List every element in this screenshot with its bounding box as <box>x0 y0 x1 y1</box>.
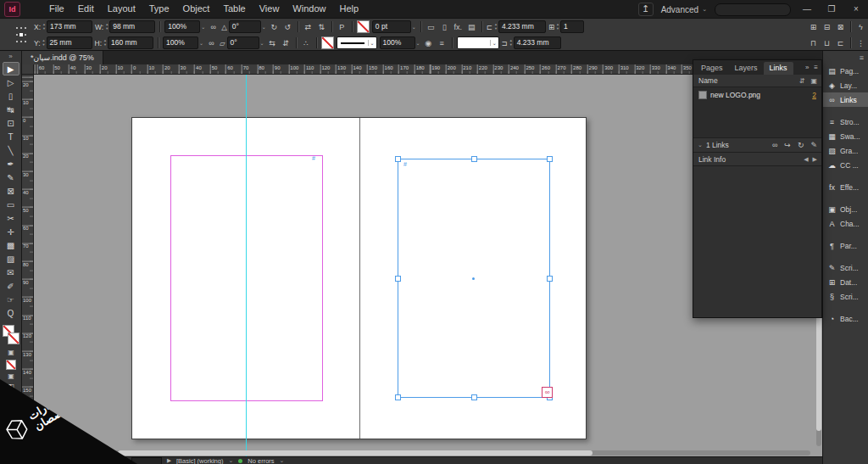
reference-point-proxy[interactable] <box>14 25 28 45</box>
dock-pages[interactable]: ▤Pag... <box>823 64 868 78</box>
dock-stroke[interactable]: ≡Stro... <box>823 115 868 129</box>
quick-apply-icon[interactable]: ϟ <box>855 23 866 31</box>
scale-x-field[interactable]: 100%⌄ <box>164 20 205 33</box>
preflight-status[interactable]: No errors <box>248 457 274 464</box>
link-info-prev-icon[interactable]: ◀ <box>804 156 808 163</box>
direct-selection-tool[interactable]: ▷ <box>3 75 19 89</box>
distribute-panel-icon[interactable]: ⊟ <box>821 23 832 31</box>
preflight-profile[interactable]: [Basic] (working) <box>176 457 223 464</box>
selection-handle-middle-left[interactable] <box>395 276 401 282</box>
workspace-switcher[interactable]: Advanced ⌄ <box>661 5 707 14</box>
flip-vertical-icon[interactable]: ⇅ <box>316 23 327 31</box>
align-panel-icon[interactable]: ⊞ <box>808 23 819 31</box>
fill-stroke-proxy[interactable] <box>0 324 21 348</box>
y-position-field[interactable]: Y:▲▼25 mm <box>34 36 92 49</box>
goto-link-icon[interactable]: ↪ <box>784 141 791 149</box>
corner-radius-field[interactable]: ⊐▲▼4.233 mm <box>502 36 561 49</box>
ruler-origin-corner[interactable] <box>22 64 34 75</box>
next-page-icon[interactable]: ▶ <box>167 457 171 464</box>
selection-handle-bottom-left[interactable] <box>395 394 401 400</box>
horizontal-scrollbar-thumb[interactable] <box>118 450 593 456</box>
line-tool[interactable]: ╲ <box>3 143 19 157</box>
edit-original-icon[interactable]: ✎ <box>810 141 817 149</box>
story-direction-icon[interactable]: P <box>337 23 348 31</box>
fill-frame-icon[interactable]: ▭ <box>426 23 437 31</box>
menu-edit[interactable]: Edit <box>71 0 101 18</box>
selection-handle-top-left[interactable] <box>395 156 401 162</box>
stroke-swatch[interactable] <box>8 333 19 344</box>
dock-layers[interactable]: ◈Lay... <box>823 78 868 92</box>
fill-color-swatch[interactable] <box>321 36 334 49</box>
page-spread[interactable]: # # ∞ <box>131 117 587 439</box>
rotate-ccw-icon[interactable]: ↺ <box>282 23 293 31</box>
type-tool[interactable]: T <box>3 130 19 143</box>
dock-menu-icon[interactable]: ≡ <box>823 53 868 64</box>
document-tab[interactable]: *سپان.indd @ 75% <box>22 51 103 64</box>
menu-object[interactable]: Object <box>176 0 217 18</box>
selection-handle-bottom-center[interactable] <box>471 394 477 400</box>
stroke-color-swatch[interactable] <box>357 20 370 33</box>
flip-both-icon[interactable]: ⇆ <box>267 39 278 48</box>
update-link-icon[interactable]: ↻ <box>798 141 804 149</box>
opacity-field[interactable]: 100%⌄ <box>380 36 420 49</box>
link-info-header[interactable]: Link Info ◀ ▶ <box>693 153 821 166</box>
page-tool[interactable]: ▯ <box>3 89 19 103</box>
pen-tool[interactable]: ✒ <box>3 157 19 171</box>
gutter-field[interactable]: ⊏▲▼4.233 mm <box>487 20 546 33</box>
apply-color-icon[interactable]: ▣ <box>0 372 22 382</box>
align-bottom-icon[interactable]: ⊔ <box>821 39 832 48</box>
drop-shadow-icon[interactable]: ◉ <box>423 39 434 48</box>
menu-window[interactable]: Window <box>286 0 332 18</box>
note-tool[interactable]: ✉ <box>3 266 19 279</box>
x-position-field[interactable]: X:▲▼173 mm <box>34 20 92 33</box>
eyedropper-tool[interactable]: ✐ <box>3 279 19 293</box>
menu-view[interactable]: View <box>253 0 287 18</box>
dock-effects[interactable]: fxEffe... <box>823 180 868 194</box>
constrain-scale-icon-2[interactable]: ∞ <box>206 39 217 48</box>
menu-table[interactable]: Table <box>216 0 252 18</box>
dock-data-merge[interactable]: ⊞Dat... <box>823 275 868 289</box>
align-top-icon[interactable]: ⊓ <box>808 39 819 48</box>
page-number-field[interactable] <box>131 457 162 464</box>
menu-layout[interactable]: Layout <box>101 0 142 18</box>
rotate-180-icon[interactable]: ⇵ <box>281 39 292 48</box>
share-icon[interactable]: ↥ <box>638 3 654 16</box>
selection-tool[interactable]: ▶ <box>3 62 19 75</box>
scale-y-field[interactable]: 100%⌄ <box>163 36 203 49</box>
selection-handle-top-center[interactable] <box>471 156 477 162</box>
search-input[interactable] <box>715 3 791 16</box>
ruler-guide[interactable] <box>246 75 247 456</box>
more-options-icon[interactable]: ⋮ <box>855 39 866 48</box>
flip-horizontal-icon[interactable]: ⇄ <box>303 23 314 31</box>
fit-content-icon[interactable]: ▯ <box>439 23 450 31</box>
grid-panel-icon[interactable]: ⊠ <box>835 23 846 31</box>
gap-tool[interactable]: ↹ <box>3 103 19 116</box>
relink-icon[interactable]: ∞ <box>772 141 777 149</box>
chevron-down-icon[interactable]: ⌄ <box>698 142 703 148</box>
menu-help[interactable]: Help <box>332 0 365 18</box>
rotate-cw-icon[interactable]: ↻ <box>269 23 280 31</box>
horizontal-scrollbar[interactable] <box>37 450 810 456</box>
free-transform-tool[interactable]: ✛ <box>3 225 19 238</box>
rectangle-frame-tool[interactable]: ⊠ <box>3 184 19 198</box>
tab-pages[interactable]: Pages <box>695 62 729 75</box>
dock-gradient[interactable]: ▧Gra... <box>823 143 868 158</box>
link-badge[interactable]: ∞ <box>542 387 553 398</box>
dock-swatches[interactable]: ▦Swa... <box>823 129 868 143</box>
dock-character-styles[interactable]: ACha... <box>823 216 868 231</box>
selection-handle-middle-right[interactable] <box>547 276 553 282</box>
object-states-icon[interactable]: ≡ <box>437 39 448 48</box>
toolbar-collapse-icon[interactable]: » <box>0 51 21 62</box>
dock-links[interactable]: ∞Links <box>823 92 868 107</box>
text-wrap-icon[interactable]: ▤ <box>466 23 477 31</box>
sort-links-icon[interactable]: ⇵ <box>799 77 805 85</box>
tab-layers[interactable]: Layers <box>729 62 764 75</box>
align-left-icon[interactable]: ⊏ <box>835 39 846 48</box>
select-container-icon[interactable]: ∴ <box>301 39 312 48</box>
panel-menu-icon[interactable]: ≡ <box>814 64 818 71</box>
width-field[interactable]: W:▲▼98 mm <box>95 20 155 33</box>
minimize-button[interactable]: — <box>798 0 815 19</box>
height-field[interactable]: H:▲▼160 mm <box>95 36 153 49</box>
pencil-tool[interactable]: ✎ <box>3 171 19 184</box>
gradient-swatch-tool[interactable]: ▩ <box>3 238 19 252</box>
